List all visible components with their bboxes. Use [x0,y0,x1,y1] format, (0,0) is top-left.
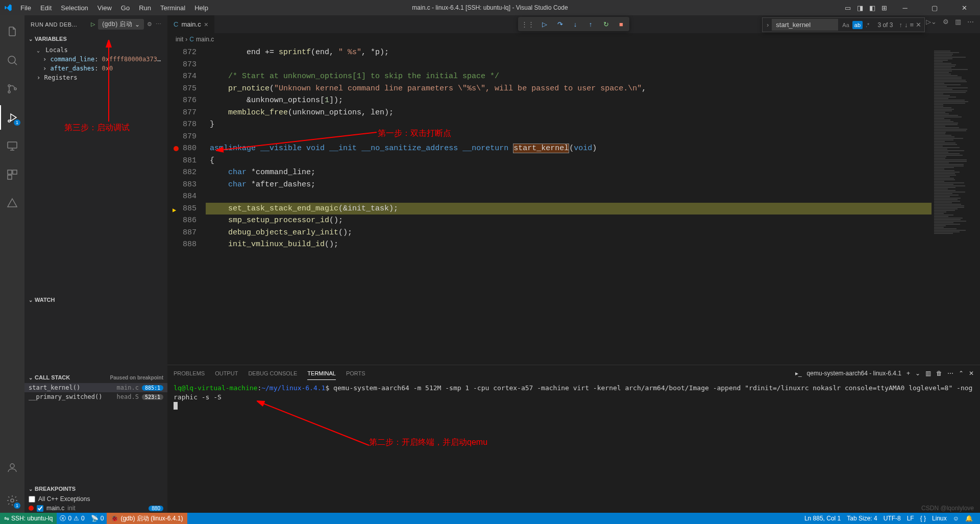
gutter[interactable]: 872873874875876877878879880881882883884▶… [167,45,206,365]
selection-button[interactable]: ≡ [910,21,914,29]
ports-button[interactable]: 📡 0 [88,515,107,522]
continue-button[interactable]: ▷ [540,19,550,29]
more-icon[interactable]: ⋯ [947,370,953,377]
callstack-frame[interactable]: __primary_switched()head.S523:1 [24,392,167,401]
sidebar-title: RUN AND DEB... [31,21,77,28]
watch-section[interactable]: ⌄WATCH [24,294,167,305]
source-control-icon[interactable] [0,77,24,101]
layout-icon[interactable]: ◨ [857,4,863,12]
registers-group[interactable]: › Registers [24,73,167,82]
menu-help[interactable]: Help [190,2,212,14]
step-over-button[interactable]: ↷ [555,19,565,29]
gear-icon[interactable]: ⚙ [943,18,949,26]
locals-group[interactable]: ⌄ Locals [24,45,167,55]
next-match-button[interactable]: ↓ [904,21,908,29]
step-into-button[interactable]: ↓ [570,19,580,29]
crumb[interactable]: init [176,36,183,43]
stop-button[interactable]: ■ [616,19,626,29]
code-editor[interactable]: 872873874875876877878879880881882883884▶… [167,45,980,365]
errors-button[interactable]: ⓧ 0 ⚠ 0 [57,514,87,523]
menu-run[interactable]: Run [135,2,155,14]
editor-tab[interactable]: C main.c × [167,15,215,33]
minimap[interactable] [932,45,980,365]
layout-icon[interactable]: ⊞ [881,4,887,12]
close-button[interactable]: ✕ [952,0,976,15]
menu-selection[interactable]: Selection [57,2,92,14]
step-out-button[interactable]: ↑ [585,19,596,29]
title-controls: ▭ ◨ ◧ ⊞ ─ ▢ ✕ [845,0,976,15]
prev-match-button[interactable]: ↑ [899,21,902,29]
tab-size[interactable]: Tab Size: 4 [844,515,880,522]
code-content[interactable]: end += sprintf(end, " %s", *p); /* Start… [206,45,932,365]
callstack-section[interactable]: ⌄CALL STACKPaused on breakpoint [24,372,167,383]
close-panel-button[interactable]: ✕ [969,370,974,377]
breadcrumb[interactable]: init › C main.c [167,33,980,45]
encoding[interactable]: UTF-8 [880,515,904,522]
restart-button[interactable]: ↻ [601,19,611,29]
regex-button[interactable]: .* [864,21,871,29]
start-debug-button[interactable]: ▷ [91,21,95,28]
remote-indicator[interactable]: ⇋ SSH: ubuntu-lq [0,513,57,524]
remote-icon[interactable] [0,134,24,158]
menu-terminal[interactable]: Terminal [156,2,189,14]
menu-edit[interactable]: Edit [36,2,56,14]
trash-icon[interactable]: 🗑 [936,370,942,377]
search-icon[interactable] [0,48,24,73]
panel-tab-terminal[interactable]: TERMINAL [307,367,336,380]
search-toggle-icon[interactable]: › [764,19,772,31]
layout-icon[interactable]: ▭ [845,4,851,12]
explorer-icon[interactable] [0,19,24,44]
split-terminal-button[interactable]: ▥ [925,370,931,377]
menu-go[interactable]: Go [117,2,134,14]
cursor-position[interactable]: Ln 885, Col 1 [801,515,844,522]
close-icon[interactable]: × [204,20,208,29]
add-terminal-button[interactable]: + [906,370,910,377]
panel-tab-debug-console[interactable]: DEBUG CONSOLE [248,367,297,379]
layout-icon[interactable]: ◧ [869,4,875,12]
breakpoints-section[interactable]: ⌄BREAKPOINTS [24,483,167,494]
cmake-icon[interactable] [0,191,24,216]
panel-tab-ports[interactable]: PORTS [346,367,365,379]
debug-config-select[interactable]: (gdb) 启动 ⌄ [98,19,144,30]
variables-section[interactable]: ⌄VARIABLES [24,33,167,44]
variable-item[interactable]: › after_dashes: 0x0 [24,64,167,73]
settings-badge: 1 [14,503,20,509]
debug-icon[interactable]: 1 [0,105,24,130]
debug-status[interactable]: 🐞 (gdb) 启动 (linux-6.4.1) [107,513,187,524]
panel-tab-problems[interactable]: PROBLEMS [174,367,205,379]
terminal[interactable]: lq@lq-virtual-machine:~/my/linux-6.4.1$ … [167,382,980,513]
close-search-button[interactable]: ✕ [916,21,921,29]
menu-file[interactable]: File [16,2,35,14]
variable-item[interactable]: › command_line: 0xffff80000a373fe0 … [24,55,167,64]
match-case-button[interactable]: Aa [840,21,851,29]
panel-tab-output[interactable]: OUTPUT [215,367,238,379]
account-icon[interactable] [0,456,24,480]
split-icon[interactable]: ▥ [955,18,961,26]
svg-point-0 [8,56,15,63]
language-mode[interactable]: Linux [929,515,950,522]
eol[interactable]: LF [904,515,917,522]
maximize-panel-button[interactable]: ⌃ [959,370,964,377]
breakpoint-item[interactable]: All C++ Exceptions [24,494,167,504]
menu-view[interactable]: View [93,2,116,14]
gear-icon[interactable]: ⚙ [147,21,153,28]
svg-point-2 [8,91,10,93]
more-icon[interactable]: ⋯ [156,21,162,28]
more-icon[interactable]: ⋯ [967,18,974,26]
bracket-icon[interactable]: { } [917,515,929,522]
tab-label: main.c [181,20,201,28]
drag-handle-icon[interactable]: ⋮⋮ [521,20,534,28]
maximize-button[interactable]: ▢ [923,0,946,15]
extensions-icon[interactable] [0,162,24,187]
run-icon[interactable]: ▷⌄ [926,18,937,26]
search-input[interactable] [772,19,838,31]
minimize-button[interactable]: ─ [893,0,917,15]
settings-icon[interactable]: 1 [0,488,24,513]
crumb[interactable]: main.c [196,36,214,43]
bell-icon[interactable]: 🔔 [962,515,976,522]
whole-word-button[interactable]: ab [852,21,863,29]
callstack-frame[interactable]: start_kernel()main.c885:1 [24,383,167,392]
chevron-down-icon[interactable]: ⌄ [915,370,920,377]
feedback-icon[interactable]: ☺ [950,515,962,522]
breakpoint-item[interactable]: main.c init880 [24,504,167,513]
